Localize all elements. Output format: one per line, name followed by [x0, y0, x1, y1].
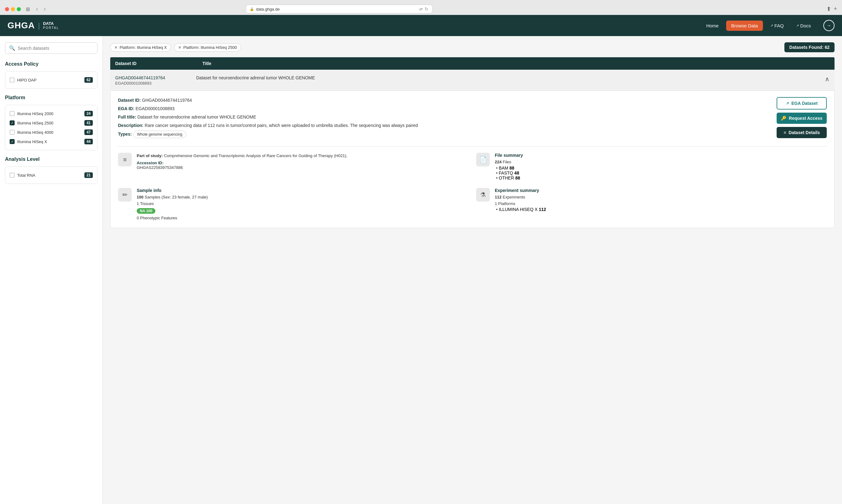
filter-label-hiseq-x: Illumina HiSeq X [17, 139, 47, 144]
remove-filter-hiseq-x-icon[interactable]: ✕ [114, 45, 118, 50]
checkbox-total-rna[interactable] [10, 173, 15, 178]
external-link-icon: ↗ [770, 24, 773, 28]
type-badge: Whole genome sequencing [133, 131, 186, 138]
section-title-access-policy: Access Policy [5, 61, 98, 67]
close-traffic-light[interactable] [5, 7, 9, 11]
action-buttons: ↗ EGA Dataset 🔑 Request Access ≡ Dataset… [777, 97, 827, 140]
section-analysis-level: Analysis Level Total RNA 21 [5, 157, 98, 184]
maximize-traffic-light[interactable] [17, 7, 21, 11]
count-hiseq-2000: 24 [84, 111, 93, 116]
checkbox-hiseq-4000[interactable] [10, 130, 15, 135]
dataset-id-main: GHGAD00446744119764 [115, 75, 196, 80]
filter-tag-label-hiseq-2500: Platform: Illumina HiSeq 2500 [184, 45, 237, 50]
experiment-platform-list: ILLUMINA HISEQ X 112 [495, 207, 827, 212]
filter-tags: ✕ Platform: Illumina HiSeq X ✕ Platform:… [110, 43, 241, 52]
file-icon: 📄 [476, 153, 490, 166]
logo-text: GHGA | DATA PORTAL [7, 20, 59, 31]
platforms-count: 1 Platforms [495, 201, 827, 207]
checkbox-hipo-dap[interactable] [10, 77, 15, 83]
address-bar[interactable]: 🔒 data.ghga.de ⇄ ↻ [246, 5, 432, 13]
filter-tag-hiseq-x[interactable]: ✕ Platform: Illumina HiSeq X [110, 43, 171, 52]
dataset-details-button[interactable]: ≡ Dataset Details [777, 127, 827, 138]
file-list: BAM 88 FASTQ 48 OTHER 88 [495, 165, 827, 180]
request-access-button[interactable]: 🔑 Request Access [777, 113, 827, 124]
remove-filter-hiseq-2500-icon[interactable]: ✕ [178, 45, 182, 50]
checkbox-hiseq-2000[interactable] [10, 111, 15, 116]
lock-icon: 🔒 [250, 7, 254, 11]
collapse-icon[interactable]: ∧ [825, 75, 829, 83]
datasets-found-badge: Datasets Found: 62 [785, 42, 835, 52]
dataset-card: GHGAD00446744119764 EGAD00001008893 Data… [110, 70, 835, 228]
details-icon: ≡ [784, 130, 786, 135]
search-input[interactable] [18, 46, 93, 51]
meta-description: Description: Rare cancer sequencing data… [118, 122, 770, 129]
translate-icon: ⇄ [419, 6, 423, 12]
filter-label-hipo-dap: HIPO DAP [17, 78, 36, 83]
study-summary: ≡ Part of study: Comprehensive Genomic a… [118, 153, 469, 180]
filter-label-total-rna: Total RNA [17, 173, 35, 178]
filter-tag-hiseq-2500[interactable]: ✕ Platform: Illumina HiSeq 2500 [174, 43, 241, 52]
new-tab-icon[interactable]: + [834, 5, 837, 13]
experiment-icon: ⚗ [476, 188, 490, 202]
login-icon: → [826, 23, 831, 28]
filter-item-hiseq-4000: Illumina HiSeq 4000 47 [9, 128, 93, 137]
count-hiseq-4000: 47 [84, 129, 93, 135]
filter-item-total-rna: Total RNA 21 [9, 170, 93, 180]
sidebar-toggle-button[interactable]: ⊞ [24, 5, 31, 13]
forward-button[interactable]: › [42, 5, 47, 13]
accession-id: GHGAS22583975347886 [137, 165, 469, 170]
checkbox-hiseq-2500[interactable] [10, 121, 15, 125]
filter-label-hiseq-2000: Illumina HiSeq 2000 [17, 111, 53, 116]
col-header-title: Title [202, 61, 829, 66]
file-item-other: OTHER 88 [496, 176, 827, 180]
count-total-rna: 21 [84, 172, 93, 178]
nav-docs[interactable]: ↗ Docs [791, 20, 816, 31]
file-item-fastq: FASTQ 48 [496, 170, 827, 176]
nav-home[interactable]: Home [701, 20, 724, 31]
study-text: Part of study: Comprehensive Genomic and… [137, 153, 469, 159]
count-hipo-dap: 62 [84, 77, 93, 83]
nav-faq[interactable]: ↗ FAQ [766, 20, 789, 31]
accession-label: Accession ID: [137, 161, 469, 165]
meta-ega-id: EGA ID: EGAD00001008893 [118, 106, 770, 112]
sample-icon: ✏ [118, 188, 132, 202]
study-content: Part of study: Comprehensive Genomic and… [137, 153, 469, 170]
section-access-policy: Access Policy HIPO DAP 62 [5, 61, 98, 89]
file-count: 224 Files [495, 159, 827, 165]
back-button[interactable]: ‹ [35, 5, 39, 13]
file-summary-title: File summary [495, 153, 827, 158]
dataset-title: Dataset for neuroendocrine adrenal tumor… [196, 75, 825, 80]
main-layout: 🔍 Access Policy HIPO DAP 62 Platform [0, 36, 842, 504]
section-platform: Platform Illumina HiSeq 2000 24 Illumina… [5, 95, 98, 150]
search-icon: 🔍 [9, 45, 15, 51]
traffic-lights [5, 7, 21, 11]
url-text: data.ghga.de [256, 7, 280, 12]
dataset-id-block: GHGAD00446744119764 EGAD00001008893 [115, 75, 196, 86]
table-header: Dataset ID Title [110, 57, 835, 70]
main-nav: GHGA | DATA PORTAL Home Browse Data ↗ FA… [0, 15, 842, 36]
minimize-traffic-light[interactable] [11, 7, 15, 11]
filter-group-analysis-level: Total RNA 21 [5, 166, 98, 184]
active-filters-row: ✕ Platform: Illumina HiSeq X ✕ Platform:… [110, 42, 835, 52]
refresh-icon[interactable]: ↻ [425, 6, 428, 12]
login-button[interactable]: → [823, 20, 835, 31]
filter-label-hiseq-4000: Illumina HiSeq 4000 [17, 130, 53, 135]
filter-group-access-policy: HIPO DAP 62 [5, 71, 98, 89]
dataset-id-sub: EGAD00001008893 [115, 81, 196, 86]
experiment-content: Experiment summary 112 Experiments 1 Pla… [495, 188, 827, 212]
section-title-analysis-level: Analysis Level [5, 157, 98, 162]
study-icon: ≡ [118, 153, 132, 166]
key-icon: 🔑 [781, 116, 786, 121]
dataset-card-header[interactable]: GHGAD00446744119764 EGAD00001008893 Data… [110, 70, 835, 91]
ega-dataset-button[interactable]: ↗ EGA Dataset [777, 97, 827, 109]
search-box[interactable]: 🔍 [5, 42, 98, 54]
phenotypic-count: 0 Phenotypic Features [137, 215, 469, 221]
summary-grid: ≡ Part of study: Comprehensive Genomic a… [118, 146, 827, 221]
dataset-meta: Dataset ID: GHGAD00446744119764 EGA ID: … [118, 97, 770, 140]
checkbox-hiseq-x[interactable] [10, 139, 15, 144]
nav-browse-data[interactable]: Browse Data [726, 20, 763, 31]
filter-item-hiseq-2500: Illumina HiSeq 2500 41 [9, 118, 93, 128]
sample-count: 100 Samples (Sex: 23 female, 27 male) [137, 194, 469, 201]
sidebar: 🔍 Access Policy HIPO DAP 62 Platform [0, 36, 103, 504]
share-icon[interactable]: ⬆ [826, 5, 831, 13]
